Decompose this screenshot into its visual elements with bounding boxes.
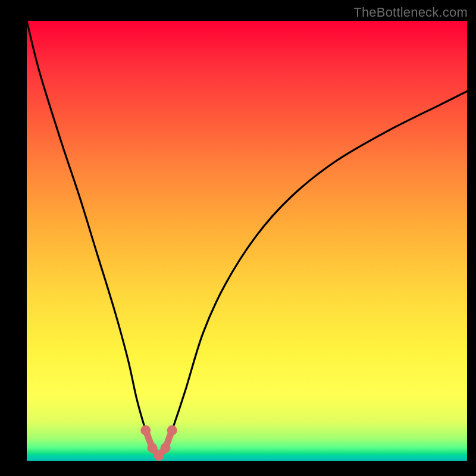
marker-dot: [140, 425, 151, 436]
marker-dot: [161, 443, 171, 453]
plot-area: [27, 21, 467, 461]
bottleneck-marker-dots: [140, 425, 177, 461]
marker-dot: [154, 451, 164, 461]
marker-dot: [167, 425, 177, 436]
chart-frame: TheBottleneck.com: [0, 0, 476, 476]
marker-dot: [147, 443, 157, 453]
bottleneck-curve-path: [27, 21, 467, 456]
watermark-text: TheBottleneck.com: [353, 5, 468, 20]
curve-svg: [27, 21, 467, 461]
